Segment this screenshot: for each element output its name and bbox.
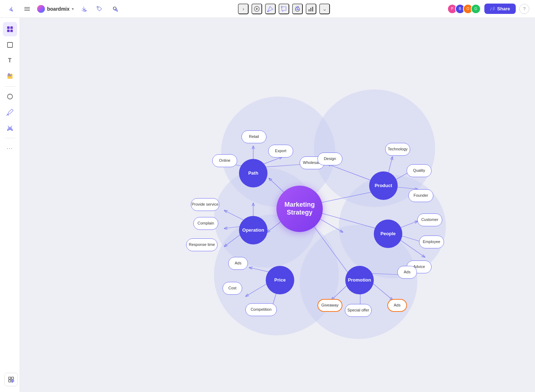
svg-rect-14	[10, 30, 13, 32]
svg-rect-1	[24, 9, 30, 9]
svg-rect-9	[310, 8, 311, 11]
node-ads-price[interactable]: Ads	[228, 257, 248, 270]
share-button[interactable]: Share	[484, 4, 516, 14]
avatars: P B O G	[447, 4, 481, 14]
node-center[interactable]: MarketingStrategy	[276, 186, 323, 232]
svg-rect-15	[7, 42, 12, 47]
node-ads-promotion[interactable]: Ads	[397, 266, 417, 279]
svg-rect-12	[10, 26, 13, 29]
svg-rect-49	[11, 377, 14, 379]
node-cost[interactable]: Cost	[223, 282, 242, 295]
sidebar-tool-text[interactable]: T	[3, 53, 17, 68]
svg-rect-8	[309, 9, 310, 11]
node-competition[interactable]: Competition	[245, 303, 277, 316]
node-promotion[interactable]: Promotion	[345, 266, 374, 294]
node-customer[interactable]: Customer	[417, 213, 442, 226]
sidebar-tool-connect[interactable]	[3, 121, 17, 135]
sidebar: T ···	[0, 18, 20, 392]
back-button[interactable]	[6, 3, 17, 15]
search-button[interactable]	[109, 3, 121, 15]
svg-rect-50	[9, 380, 11, 382]
node-giveaway[interactable]: Giveaway	[317, 299, 342, 312]
share-label: Share	[497, 6, 510, 11]
comment-icon[interactable]	[279, 4, 289, 14]
svg-rect-13	[7, 30, 10, 32]
topbar-right: P B O G Share ?	[447, 4, 529, 14]
play-icon[interactable]	[251, 4, 262, 14]
node-price[interactable]: Price	[266, 266, 294, 294]
node-special-offer[interactable]: Special offer	[345, 304, 372, 317]
sidebar-separator	[5, 86, 15, 87]
avatar-4: G	[471, 4, 481, 14]
logo-chevron-icon: ▾	[72, 6, 74, 11]
node-response-time[interactable]: Response time	[186, 238, 218, 251]
topbar-center: › ⌄	[238, 4, 330, 14]
bottom-left-button[interactable]	[4, 373, 18, 386]
node-founder[interactable]: Founder	[408, 189, 433, 202]
sidebar-separator-2	[5, 138, 15, 138]
node-online[interactable]: Online	[212, 154, 237, 167]
download-button[interactable]	[78, 3, 90, 15]
svg-rect-2	[24, 10, 30, 11]
mindmap: MarketingStrategy Path Operation Product…	[143, 68, 464, 353]
sidebar-tool-sticky[interactable]	[3, 69, 17, 83]
topbar-left: boardmix ▾	[6, 3, 121, 15]
menu-button[interactable]	[21, 3, 33, 15]
help-button[interactable]: ?	[519, 4, 529, 14]
svg-rect-16	[7, 74, 12, 79]
sidebar-tool-pen[interactable]	[3, 105, 17, 119]
node-path[interactable]: Path	[239, 159, 268, 187]
canvas: MarketingStrategy Path Operation Product…	[20, 18, 535, 392]
timer-icon[interactable]	[292, 4, 303, 14]
node-design[interactable]: Design	[317, 153, 342, 165]
svg-rect-10	[312, 7, 313, 11]
tag-button[interactable]	[94, 3, 105, 15]
logo[interactable]: boardmix ▾	[37, 5, 74, 13]
svg-marker-6	[256, 8, 258, 10]
topbar: boardmix ▾ › ⌄ P	[0, 0, 535, 18]
node-operation[interactable]: Operation	[239, 216, 268, 244]
node-technology[interactable]: Technology	[385, 143, 410, 156]
chart-icon[interactable]	[306, 4, 316, 14]
svg-rect-11	[7, 26, 10, 29]
svg-rect-0	[24, 7, 30, 8]
sidebar-tool-template[interactable]	[3, 22, 17, 36]
svg-rect-48	[9, 377, 11, 379]
chevron-right-icon[interactable]: ›	[238, 4, 249, 14]
node-people[interactable]: People	[374, 220, 402, 248]
logo-text: boardmix	[47, 6, 70, 12]
node-retail[interactable]: Retail	[241, 130, 266, 143]
sidebar-tool-shape[interactable]	[3, 89, 17, 104]
party-icon[interactable]	[265, 4, 276, 14]
node-product[interactable]: Product	[369, 171, 398, 200]
node-ads-promotion2[interactable]: Ads	[387, 299, 407, 312]
node-quality[interactable]: Quality	[407, 164, 432, 177]
svg-point-17	[7, 94, 12, 99]
node-complain[interactable]: Complain	[193, 217, 218, 230]
svg-point-4	[113, 7, 116, 10]
logo-icon	[37, 5, 45, 13]
node-export[interactable]: Export	[268, 145, 293, 158]
sidebar-tool-more[interactable]: ···	[3, 141, 17, 155]
sidebar-tool-frame[interactable]	[3, 38, 17, 52]
node-provide-service[interactable]: Provide service	[191, 198, 219, 211]
node-employee[interactable]: Employee	[419, 236, 444, 248]
more-down-icon[interactable]: ⌄	[319, 4, 330, 14]
svg-point-3	[98, 7, 99, 8]
